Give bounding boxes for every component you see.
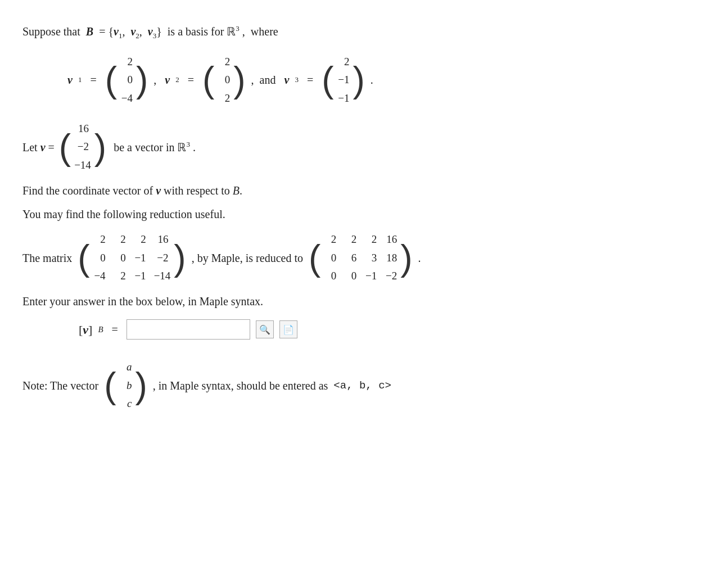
rm-r1c4: 16 [385, 231, 397, 248]
v-body: 16 −2 −14 [71, 118, 94, 176]
bracket-v-label: [v] [79, 320, 92, 340]
v3-paren-right [353, 62, 364, 98]
B-subscript: B [98, 323, 103, 336]
abc-c: c [119, 395, 132, 412]
v-r3: −14 [74, 157, 91, 174]
v3-r3: −1 [337, 90, 349, 107]
find-line: Find the coordinate vector of v with res… [22, 182, 641, 200]
om-r2c2: 0 [114, 250, 126, 266]
rm-r3c1: 0 [324, 268, 336, 284]
answer-input[interactable] [127, 319, 250, 340]
B-symbol: B [86, 25, 93, 38]
vectors-row: v1 = 2 0 −4 , v2 = 2 0 2 , and [67, 51, 641, 109]
v1-paren-left [105, 62, 117, 98]
v-paren-left [59, 129, 71, 165]
note-suffix: , in Maple syntax, should be entered as [153, 377, 328, 395]
period2: . [418, 249, 421, 267]
reduced-matrix-body: 2 2 2 16 0 6 3 18 0 0 −1 −2 [320, 229, 400, 287]
rm-r2c3: 3 [364, 250, 377, 266]
equals-sign: = [109, 320, 121, 338]
useful-text: You may find the following reduction use… [22, 208, 225, 220]
orig-matrix-wrap: 2 2 2 16 0 0 −1 −2 −4 2 −1 −14 [78, 229, 186, 287]
abc-body: a b c [116, 356, 135, 414]
v2-paren-right [233, 62, 245, 98]
orig-matrix-body: 2 2 2 16 0 0 −1 −2 −4 2 −1 −14 [90, 229, 174, 287]
reduction-row: The matrix 2 2 2 16 0 0 −1 −2 −4 2 −1 −1… [22, 229, 641, 287]
rm-r1c2: 2 [344, 231, 356, 248]
om-r3c1: −4 [93, 268, 106, 284]
intro-line: Suppose that B = {v1, v2, v3} is a basis… [22, 22, 641, 42]
v-r1: 16 [76, 120, 89, 137]
comma2: , and [251, 71, 279, 89]
v2-r1: 2 [218, 53, 230, 70]
om-r2c4: −2 [156, 250, 168, 266]
om-r1c3: 2 [134, 231, 146, 248]
v2-paren-left [202, 62, 214, 98]
om-r2c3: −1 [134, 250, 146, 266]
rm-r1c3: 2 [364, 231, 377, 248]
v3-r2: −1 [337, 71, 349, 88]
orig-paren-right [174, 240, 186, 276]
abc-matrix-wrap: a b c [104, 356, 147, 414]
rm-r3c4: −2 [385, 268, 397, 284]
where-text: where [251, 25, 278, 38]
v-matrix: 16 −2 −14 [59, 118, 106, 176]
let-v-row: Let v = 16 −2 −14 be a vector in ℝ3 . [22, 118, 641, 176]
v3-label: v [284, 71, 289, 89]
v1-r3: −4 [120, 90, 133, 107]
om-r1c2: 2 [114, 231, 126, 248]
rm-r2c1: 0 [324, 250, 336, 266]
by-maple-text: , by Maple, is reduced to [192, 249, 303, 267]
abc-b: b [119, 377, 132, 394]
om-r2c1: 0 [93, 250, 106, 266]
let-text: Let v = [22, 138, 55, 156]
v3-paren-left [322, 62, 333, 98]
abc-a: a [119, 359, 132, 376]
search-icon: 🔍 [259, 324, 270, 335]
om-r3c3: −1 [134, 268, 146, 284]
v1-equals: = [87, 71, 99, 89]
rm-r3c2: 0 [344, 268, 356, 284]
rm-r2c2: 6 [344, 250, 356, 266]
comma1: , [153, 71, 159, 89]
v3-equals: = [304, 71, 316, 89]
red-paren-left [309, 240, 320, 276]
v-r2: −2 [76, 138, 89, 155]
file-icon: 📄 [283, 324, 294, 335]
v3-matrix: 2 −1 −1 [322, 51, 365, 109]
enter-line: Enter your answer in the box below, in M… [22, 292, 641, 310]
om-r3c2: 2 [114, 268, 126, 284]
v2-set-label: v [130, 25, 136, 38]
v2-label: v [165, 71, 170, 89]
useful-line: You may find the following reduction use… [22, 205, 641, 223]
v2-equals: = [185, 71, 197, 89]
be-text: be a vector in ℝ3 . [111, 138, 196, 156]
om-r3c4: −14 [154, 268, 171, 284]
the-matrix-label: The matrix [22, 249, 72, 267]
maple-syntax-example: <a, b, c> [333, 377, 391, 394]
v1-r1: 2 [120, 53, 133, 70]
v1-label: v [67, 71, 73, 89]
v2-r2: 0 [218, 71, 230, 88]
note-row: Note: The vector a b c , in Maple syntax… [22, 356, 641, 414]
v1-set-label: v [114, 25, 119, 38]
file-icon-button[interactable]: 📄 [279, 320, 297, 338]
om-r1c4: 16 [156, 231, 168, 248]
v2-body: 2 0 2 [214, 51, 233, 109]
answer-row: [v]B = 🔍 📄 [79, 319, 641, 340]
om-r1c1: 2 [93, 231, 106, 248]
v2-matrix: 2 0 2 [202, 51, 246, 109]
v1-matrix: 2 0 −4 [105, 51, 148, 109]
abc-paren-right [135, 368, 147, 404]
v3-body: 2 −1 −1 [333, 51, 353, 109]
orig-paren-left [78, 240, 89, 276]
period1: . [371, 71, 373, 89]
find-text: Find the coordinate vector of v with res… [22, 184, 242, 197]
rm-r2c4: 18 [385, 250, 397, 266]
v2-r3: 2 [218, 90, 230, 107]
reduced-matrix-wrap: 2 2 2 16 0 6 3 18 0 0 −1 −2 [309, 229, 413, 287]
enter-text: Enter your answer in the box below, in M… [22, 295, 263, 307]
search-icon-button[interactable]: 🔍 [256, 320, 274, 338]
main-content: Suppose that B = {v1, v2, v3} is a basis… [22, 22, 641, 414]
intro-text: Suppose that [22, 25, 80, 38]
